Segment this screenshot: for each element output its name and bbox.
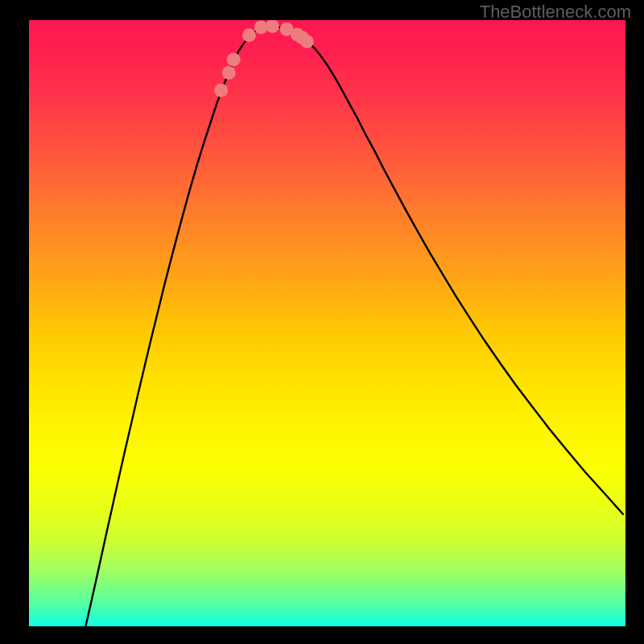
svg-point-3 [242,28,256,42]
svg-point-2 [227,52,241,66]
watermark-text: TheBottleneck.com [480,2,631,23]
svg-point-9 [300,35,314,48]
svg-point-1 [222,66,236,80]
plot-area [29,20,625,626]
highlight-markers [214,20,314,97]
chart-frame: TheBottleneck.com [0,0,644,644]
chart-svg [29,20,625,626]
bottleneck-curve [85,27,623,627]
svg-point-0 [214,84,228,97]
svg-point-5 [266,20,279,33]
